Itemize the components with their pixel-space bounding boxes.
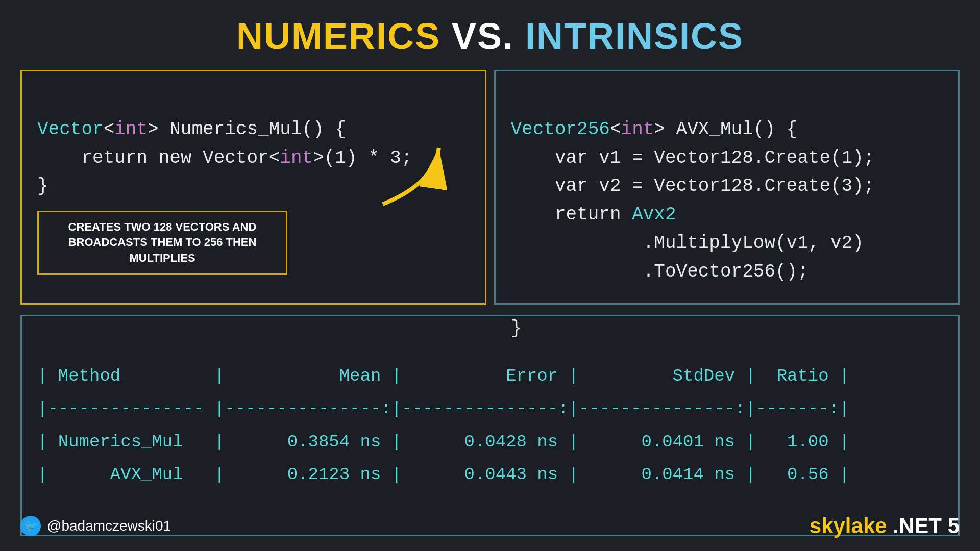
table-separator: |--------------- |---------------:|-----… bbox=[37, 399, 849, 418]
arrow-icon bbox=[373, 133, 454, 214]
twitter-handle: 🐦 @badamczewski01 bbox=[20, 516, 171, 536]
brand-skylake: skylake bbox=[810, 514, 887, 538]
page-title: NUMERICS VS. INTRINSICS bbox=[0, 0, 980, 70]
annotation-box: CREATES TWO 128 VECTORS AND BROADCASTS T… bbox=[37, 211, 287, 275]
brand-net: .NET 5 bbox=[887, 514, 960, 538]
left-code-panel: Vector<int> Numerics_Mul() { return new … bbox=[20, 70, 486, 305]
title-intrinsics: INTRINSICS bbox=[525, 16, 744, 57]
twitter-username: @badamczewski01 bbox=[47, 518, 171, 534]
table-row-2: | AVX_Mul | 0.2123 ns | 0.0443 ns | 0.04… bbox=[37, 465, 849, 484]
code-row: Vector<int> Numerics_Mul() { return new … bbox=[20, 70, 960, 305]
table-row-1: | Numerics_Mul | 0.3854 ns | 0.0428 ns |… bbox=[37, 432, 849, 452]
title-vs: VS. bbox=[452, 16, 525, 57]
brand-text: skylake .NET 5 bbox=[810, 514, 960, 538]
right-code-panel: Vector256<int> AVX_Mul() { var v1 = Vect… bbox=[494, 70, 960, 305]
twitter-icon: 🐦 bbox=[20, 516, 41, 536]
footer: 🐦 @badamczewski01 skylake .NET 5 bbox=[0, 514, 980, 538]
right-code-text: Vector256<int> AVX_Mul() { var v1 = Vect… bbox=[511, 87, 943, 371]
annotation-text: CREATES TWO 128 VECTORS AND BROADCASTS T… bbox=[48, 219, 277, 266]
title-numerics: NUMERICS bbox=[236, 16, 440, 57]
